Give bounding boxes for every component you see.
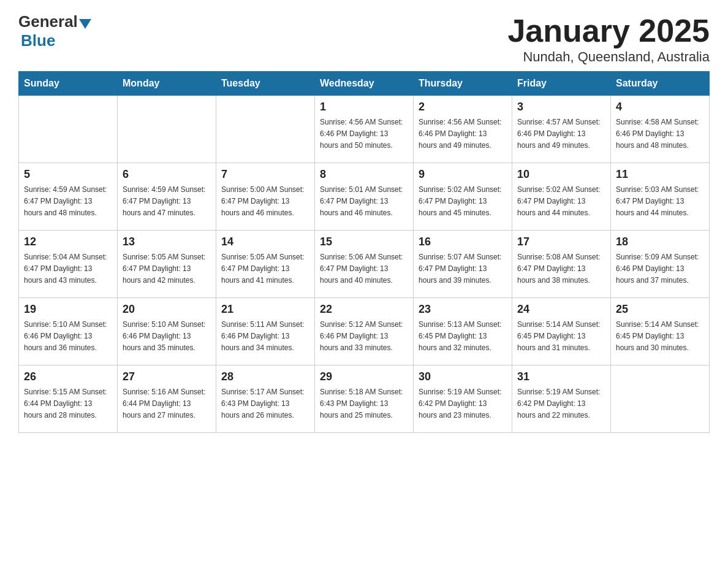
calendar-cell: 5Sunrise: 4:59 AM Sunset: 6:47 PM Daylig… [19,163,118,231]
day-number: 22 [320,303,408,316]
calendar-cell: 9Sunrise: 5:02 AM Sunset: 6:47 PM Daylig… [414,163,512,231]
calendar-cell: 2Sunrise: 4:56 AM Sunset: 6:46 PM Daylig… [414,96,512,163]
calendar-cell: 7Sunrise: 5:00 AM Sunset: 6:47 PM Daylig… [216,163,315,231]
calendar-cell [216,96,315,163]
calendar-cell: 4Sunrise: 4:58 AM Sunset: 6:46 PM Daylig… [611,96,710,163]
day-info: Sunrise: 5:02 AM Sunset: 6:47 PM Dayligh… [517,185,600,217]
week-row-5: 26Sunrise: 5:15 AM Sunset: 6:44 PM Dayli… [19,366,710,433]
day-info: Sunrise: 4:57 AM Sunset: 6:46 PM Dayligh… [517,118,600,150]
day-number: 20 [123,303,211,316]
day-info: Sunrise: 5:12 AM Sunset: 6:46 PM Dayligh… [320,320,403,352]
calendar-cell: 11Sunrise: 5:03 AM Sunset: 6:47 PM Dayli… [611,163,710,231]
day-number: 10 [517,168,605,181]
day-info: Sunrise: 5:18 AM Sunset: 6:43 PM Dayligh… [320,388,403,419]
day-header-sunday: Sunday [19,72,118,96]
day-info: Sunrise: 5:15 AM Sunset: 6:44 PM Dayligh… [24,388,107,419]
day-info: Sunrise: 5:04 AM Sunset: 6:47 PM Dayligh… [24,253,107,285]
calendar-cell: 1Sunrise: 4:56 AM Sunset: 6:46 PM Daylig… [315,96,414,163]
day-number: 31 [517,370,605,383]
calendar-title: January 2025 [507,12,710,49]
week-row-1: 1Sunrise: 4:56 AM Sunset: 6:46 PM Daylig… [19,96,710,163]
calendar-cell: 3Sunrise: 4:57 AM Sunset: 6:46 PM Daylig… [512,96,611,163]
week-row-2: 5Sunrise: 4:59 AM Sunset: 6:47 PM Daylig… [19,163,710,231]
calendar-cell: 28Sunrise: 5:17 AM Sunset: 6:43 PM Dayli… [216,366,315,433]
day-number: 1 [320,101,408,113]
calendar-cell [19,96,118,163]
calendar-cell [118,96,216,163]
calendar-cell: 22Sunrise: 5:12 AM Sunset: 6:46 PM Dayli… [315,298,414,366]
day-number: 21 [221,303,309,316]
calendar-cell: 12Sunrise: 5:04 AM Sunset: 6:47 PM Dayli… [19,231,118,298]
week-row-3: 12Sunrise: 5:04 AM Sunset: 6:47 PM Dayli… [19,231,710,298]
day-number: 11 [616,168,704,181]
day-number: 4 [616,101,704,113]
day-header-wednesday: Wednesday [315,72,414,96]
day-info: Sunrise: 5:19 AM Sunset: 6:42 PM Dayligh… [517,388,600,419]
calendar-subtitle: Nundah, Queensland, Australia [507,49,710,65]
day-info: Sunrise: 5:10 AM Sunset: 6:46 PM Dayligh… [123,320,205,352]
calendar-cell: 23Sunrise: 5:13 AM Sunset: 6:45 PM Dayli… [414,298,512,366]
day-info: Sunrise: 5:09 AM Sunset: 6:46 PM Dayligh… [616,253,699,285]
day-number: 3 [517,101,605,113]
calendar-table: SundayMondayTuesdayWednesdayThursdayFrid… [18,71,710,433]
day-info: Sunrise: 5:13 AM Sunset: 6:45 PM Dayligh… [419,320,501,352]
day-number: 18 [616,236,704,248]
day-number: 24 [517,303,605,316]
calendar-header-row: SundayMondayTuesdayWednesdayThursdayFrid… [19,72,710,96]
day-number: 13 [123,236,211,248]
day-info: Sunrise: 5:16 AM Sunset: 6:44 PM Dayligh… [123,388,205,419]
day-header-thursday: Thursday [414,72,512,96]
day-number: 27 [123,370,211,383]
day-info: Sunrise: 4:59 AM Sunset: 6:47 PM Dayligh… [123,185,205,217]
day-info: Sunrise: 5:10 AM Sunset: 6:46 PM Dayligh… [24,320,107,352]
day-number: 6 [123,168,211,181]
calendar-cell: 27Sunrise: 5:16 AM Sunset: 6:44 PM Dayli… [118,366,216,433]
day-info: Sunrise: 5:19 AM Sunset: 6:42 PM Dayligh… [419,388,501,419]
calendar-cell: 31Sunrise: 5:19 AM Sunset: 6:42 PM Dayli… [512,366,611,433]
day-info: Sunrise: 5:17 AM Sunset: 6:43 PM Dayligh… [221,388,304,419]
day-info: Sunrise: 5:14 AM Sunset: 6:45 PM Dayligh… [517,320,600,352]
day-number: 5 [24,168,112,181]
calendar-cell: 24Sunrise: 5:14 AM Sunset: 6:45 PM Dayli… [512,298,611,366]
calendar-cell: 19Sunrise: 5:10 AM Sunset: 6:46 PM Dayli… [19,298,118,366]
day-info: Sunrise: 4:58 AM Sunset: 6:46 PM Dayligh… [616,118,699,150]
day-info: Sunrise: 5:02 AM Sunset: 6:47 PM Dayligh… [419,185,501,217]
calendar-cell: 10Sunrise: 5:02 AM Sunset: 6:47 PM Dayli… [512,163,611,231]
day-info: Sunrise: 5:11 AM Sunset: 6:46 PM Dayligh… [221,320,304,352]
day-info: Sunrise: 5:05 AM Sunset: 6:47 PM Dayligh… [123,253,205,285]
day-number: 12 [24,236,112,248]
day-info: Sunrise: 4:56 AM Sunset: 6:46 PM Dayligh… [419,118,501,150]
day-header-saturday: Saturday [611,72,710,96]
logo-blue-text: Blue [21,31,55,50]
day-number: 17 [517,236,605,248]
day-number: 7 [221,168,309,181]
day-info: Sunrise: 4:56 AM Sunset: 6:46 PM Dayligh… [320,118,403,150]
calendar-cell: 16Sunrise: 5:07 AM Sunset: 6:47 PM Dayli… [414,231,512,298]
week-row-4: 19Sunrise: 5:10 AM Sunset: 6:46 PM Dayli… [19,298,710,366]
logo: General Blue [18,12,91,50]
day-number: 29 [320,370,408,383]
day-number: 30 [419,370,507,383]
calendar-cell: 29Sunrise: 5:18 AM Sunset: 6:43 PM Dayli… [315,366,414,433]
day-number: 28 [221,370,309,383]
day-info: Sunrise: 5:00 AM Sunset: 6:47 PM Dayligh… [221,185,304,217]
day-info: Sunrise: 4:59 AM Sunset: 6:47 PM Dayligh… [24,185,107,217]
day-number: 19 [24,303,112,316]
day-header-friday: Friday [512,72,611,96]
day-number: 25 [616,303,704,316]
calendar-cell: 13Sunrise: 5:05 AM Sunset: 6:47 PM Dayli… [118,231,216,298]
day-number: 23 [419,303,507,316]
day-number: 9 [419,168,507,181]
calendar-cell: 25Sunrise: 5:14 AM Sunset: 6:45 PM Dayli… [611,298,710,366]
calendar-cell: 21Sunrise: 5:11 AM Sunset: 6:46 PM Dayli… [216,298,315,366]
calendar-cell: 17Sunrise: 5:08 AM Sunset: 6:47 PM Dayli… [512,231,611,298]
day-info: Sunrise: 5:08 AM Sunset: 6:47 PM Dayligh… [517,253,600,285]
day-number: 2 [419,101,507,113]
day-info: Sunrise: 5:03 AM Sunset: 6:47 PM Dayligh… [616,185,699,217]
day-info: Sunrise: 5:05 AM Sunset: 6:47 PM Dayligh… [221,253,304,285]
day-info: Sunrise: 5:07 AM Sunset: 6:47 PM Dayligh… [419,253,501,285]
calendar-cell: 6Sunrise: 4:59 AM Sunset: 6:47 PM Daylig… [118,163,216,231]
calendar-cell: 15Sunrise: 5:06 AM Sunset: 6:47 PM Dayli… [315,231,414,298]
day-info: Sunrise: 5:01 AM Sunset: 6:47 PM Dayligh… [320,185,403,217]
day-header-tuesday: Tuesday [216,72,315,96]
